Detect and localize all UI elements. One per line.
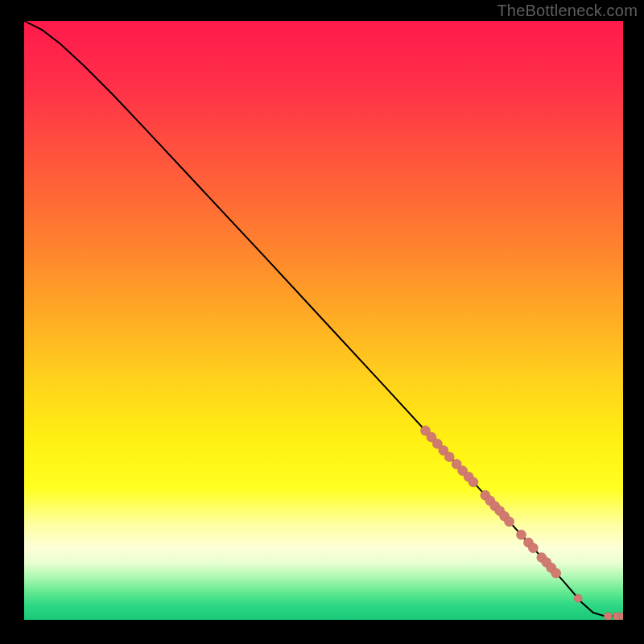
data-marker bbox=[517, 530, 526, 539]
data-marker bbox=[574, 594, 582, 602]
chart-frame: TheBottleneck.com bbox=[0, 0, 644, 644]
data-marker bbox=[469, 477, 478, 487]
data-marker bbox=[528, 543, 538, 553]
data-marker bbox=[505, 517, 514, 526]
data-marker bbox=[444, 452, 454, 462]
chart-svg bbox=[24, 21, 623, 620]
plot-area bbox=[24, 21, 623, 620]
watermark-text: TheBottleneck.com bbox=[497, 2, 638, 20]
data-marker bbox=[551, 568, 561, 578]
data-marker bbox=[604, 613, 612, 620]
